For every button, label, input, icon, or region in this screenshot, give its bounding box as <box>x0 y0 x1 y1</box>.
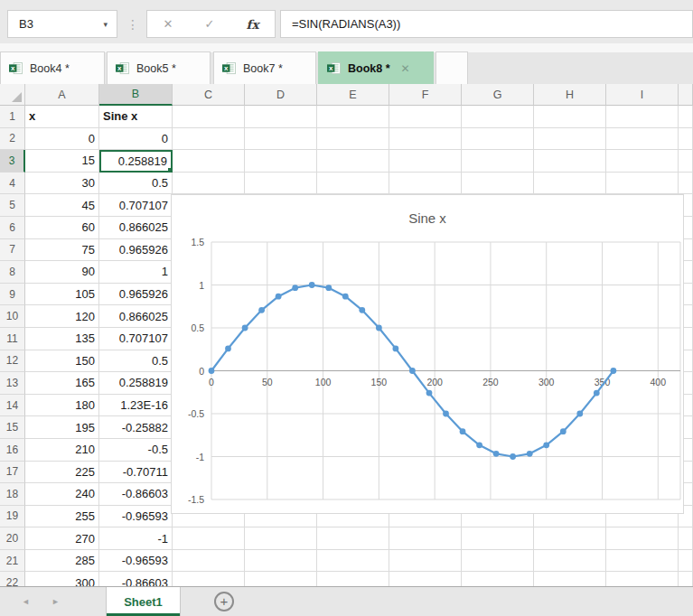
cell-G2[interactable] <box>462 128 534 151</box>
workbook-tab-book8[interactable]: xBook8 *✕ <box>318 51 434 84</box>
cell-H22[interactable] <box>534 572 606 586</box>
cell-J22[interactable] <box>679 572 693 586</box>
cell-H21[interactable] <box>534 550 606 573</box>
cell-B15[interactable]: -0.25882 <box>99 416 173 439</box>
column-header-A[interactable]: A <box>25 84 99 106</box>
data-point-marker[interactable] <box>527 451 533 457</box>
cell-B12[interactable]: 0.5 <box>99 350 173 373</box>
cell-B9[interactable]: 0.965926 <box>99 284 173 306</box>
cell-I21[interactable] <box>606 550 679 573</box>
row-header-22[interactable]: 22 <box>0 572 25 586</box>
cell-D2[interactable] <box>245 128 317 151</box>
workbook-tab-book7[interactable]: xBook7 * <box>213 51 316 84</box>
row-header-8[interactable]: 8 <box>0 261 25 284</box>
row-header-11[interactable]: 11 <box>0 328 25 350</box>
cell-B8[interactable]: 1 <box>99 261 173 284</box>
column-header-H[interactable]: H <box>534 84 606 106</box>
cell-B22[interactable]: -0.86603 <box>99 572 173 586</box>
data-point-marker[interactable] <box>409 368 416 374</box>
cell-E2[interactable] <box>317 128 389 151</box>
cell-A6[interactable]: 60 <box>25 217 99 239</box>
cell-G22[interactable] <box>462 572 534 586</box>
row-header-1[interactable]: 1 <box>0 106 25 128</box>
select-all-corner[interactable] <box>0 84 25 106</box>
cell-C2[interactable] <box>173 128 245 151</box>
cell-J1[interactable] <box>679 106 693 128</box>
cell-F21[interactable] <box>389 550 462 573</box>
cell-H2[interactable] <box>534 128 606 151</box>
cell-J4[interactable] <box>679 173 693 195</box>
cell-B4[interactable]: 0.5 <box>99 173 173 195</box>
embedded-chart[interactable]: 1.510.50-0.5-1-1.50501001502002503003504… <box>171 194 684 514</box>
row-header-9[interactable]: 9 <box>0 284 25 306</box>
data-point-marker[interactable] <box>309 282 315 288</box>
cell-E1[interactable] <box>317 106 389 128</box>
column-header-E[interactable]: E <box>317 84 389 106</box>
cell-I20[interactable] <box>606 527 679 550</box>
cell-A16[interactable]: 210 <box>25 439 99 462</box>
cell-B19[interactable]: -0.96593 <box>99 506 173 528</box>
cell-A8[interactable]: 90 <box>25 261 99 284</box>
cell-E21[interactable] <box>317 550 389 573</box>
cell-F1[interactable] <box>389 106 462 128</box>
cell-A11[interactable]: 135 <box>25 328 99 350</box>
close-tab-icon[interactable]: ✕ <box>401 62 410 75</box>
row-header-19[interactable]: 19 <box>0 506 25 528</box>
data-point-marker[interactable] <box>225 346 231 352</box>
row-header-7[interactable]: 7 <box>0 239 25 262</box>
data-point-marker[interactable] <box>376 325 382 331</box>
cell-B10[interactable]: 0.866025 <box>99 305 173 328</box>
row-header-14[interactable]: 14 <box>0 395 25 417</box>
cell-E20[interactable] <box>317 527 389 550</box>
cell-C21[interactable] <box>173 550 245 573</box>
row-header-21[interactable]: 21 <box>0 550 25 573</box>
cell-I22[interactable] <box>606 572 679 586</box>
row-header-6[interactable]: 6 <box>0 217 25 239</box>
row-header-17[interactable]: 17 <box>0 462 25 484</box>
cell-D3[interactable] <box>245 150 317 173</box>
insert-function-icon[interactable]: fx <box>247 17 259 32</box>
workbook-tab-book5[interactable]: xBook5 * <box>107 51 211 84</box>
cell-B2[interactable]: 0 <box>99 128 173 151</box>
cell-B11[interactable]: 0.707107 <box>99 328 173 350</box>
row-header-20[interactable]: 20 <box>0 527 25 550</box>
data-point-marker[interactable] <box>359 307 365 313</box>
new-sheet-button[interactable]: + <box>214 592 234 611</box>
sheet-next-icon[interactable]: ► <box>52 597 60 606</box>
row-header-15[interactable]: 15 <box>0 416 25 439</box>
data-point-marker[interactable] <box>510 453 516 460</box>
column-header-partial[interactable] <box>679 84 693 106</box>
cell-B3[interactable]: 0.258819 <box>99 150 173 173</box>
cell-C3[interactable] <box>173 150 245 173</box>
chart-title[interactable]: Sine x <box>408 210 446 226</box>
row-header-3[interactable]: 3 <box>0 150 25 173</box>
cell-H4[interactable] <box>534 173 606 195</box>
cell-B5[interactable]: 0.707107 <box>99 194 173 217</box>
cell-B6[interactable]: 0.866025 <box>99 217 173 239</box>
cell-J2[interactable] <box>679 128 693 151</box>
data-point-marker[interactable] <box>594 390 600 397</box>
formula-input[interactable]: =SIN(RADIANS(A3)) <box>280 10 693 38</box>
column-header-D[interactable]: D <box>245 84 317 106</box>
cell-C1[interactable] <box>173 106 245 128</box>
data-point-marker[interactable] <box>493 451 500 457</box>
data-point-marker[interactable] <box>393 346 399 352</box>
cell-A10[interactable]: 120 <box>25 305 99 328</box>
cell-J20[interactable] <box>679 527 693 550</box>
cell-F3[interactable] <box>389 150 462 173</box>
data-point-marker[interactable] <box>576 411 583 417</box>
data-point-marker[interactable] <box>560 428 567 434</box>
cell-G20[interactable] <box>462 527 534 550</box>
cell-E22[interactable] <box>317 572 389 586</box>
cell-I3[interactable] <box>606 150 679 173</box>
cell-F2[interactable] <box>389 128 462 151</box>
column-header-G[interactable]: G <box>462 84 534 106</box>
cell-A9[interactable]: 105 <box>25 284 99 306</box>
cell-B14[interactable]: 1.23E-16 <box>99 395 173 417</box>
data-point-marker[interactable] <box>242 325 248 331</box>
data-point-marker[interactable] <box>443 411 449 417</box>
cell-A15[interactable]: 195 <box>25 416 99 439</box>
cell-B17[interactable]: -0.70711 <box>99 462 173 484</box>
data-point-marker[interactable] <box>476 442 482 448</box>
cell-A1[interactable]: x <box>25 106 99 128</box>
